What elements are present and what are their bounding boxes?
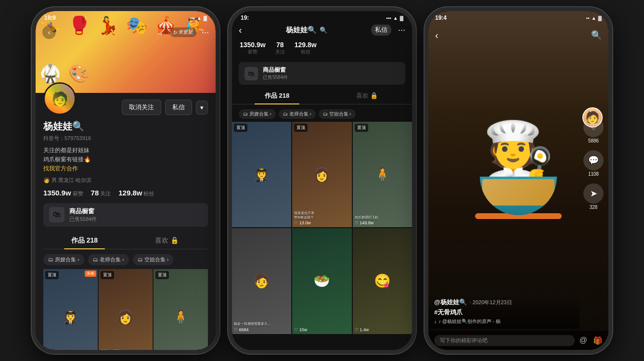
status-bar: 19:9 ▪▪▪ ▲ ▓ — [36, 11, 216, 25]
ph3-status-bar: 19:4 ▪▪ ▲ ▓ — [428, 11, 608, 25]
ph2-stats: 1350.9w 获赞 78 关注 129.8w 粉丝 — [232, 37, 412, 59]
emoji-button[interactable]: 🎁 — [593, 336, 603, 345]
phone2-content: 19: ▪▪▪ ▲ ▓ ‹ 杨娃娃🔍 🔍 私信 ··· — [232, 11, 412, 350]
comment-button[interactable]: 💬 — [583, 150, 604, 170]
signal-icon: ▪▪▪ — [386, 15, 391, 21]
ph3-header: ‹ 🔍 — [428, 25, 608, 46]
update-button[interactable]: ↻ 求更新 — [169, 27, 197, 37]
phone3-content: 🧑‍🍳 19:4 ▪▪ ▲ ▓ ‹ — [428, 11, 608, 350]
person-emoji: 🧑‍🍳 — [482, 118, 554, 186]
more-button[interactable]: ▾ — [196, 101, 208, 115]
profile-header: ‹ ↻ 求更新 ··· — [36, 23, 216, 42]
phone2-actions: 私信 ··· — [371, 24, 405, 36]
share-button[interactable]: ➤ — [583, 183, 604, 204]
ph2-thumb-5[interactable]: 🥗 ♡ 15w — [292, 228, 351, 334]
douyin-id: 抖音号：579753916 — [43, 135, 208, 142]
shop-sold: 已售5584件 — [69, 216, 97, 223]
pin-badge: 置顶 — [234, 124, 247, 132]
tab-likes[interactable]: 喜欢 🔒 — [126, 232, 208, 249]
ph3-username: @杨娃娃🔍 — [434, 298, 467, 307]
shop-name: 商品橱窗 — [69, 207, 97, 216]
ph2-thumb-4[interactable]: 🧑 能走一段感情需要多久... ♡ 6684 — [232, 228, 291, 334]
more-options-button[interactable]: ··· — [202, 27, 209, 38]
ph2-chip-3[interactable]: 🗂 空姐合集 › — [319, 109, 356, 119]
ph2-tabs: 作品 218 喜欢 🔒 — [232, 88, 412, 104]
ph3-hashtag: #无骨鸡爪 — [434, 308, 574, 317]
update-icon: ↻ — [173, 30, 177, 35]
battery-icon-3: ▓ — [598, 15, 602, 21]
bio: 关注的都是好姐妹 鸡爪橱窗有链接🔥 找我官方合作 — [43, 146, 208, 174]
ph2-thumb-1[interactable]: 👩‍✈️ 置顶 — [232, 122, 291, 227]
battery-icon: ▓ — [204, 15, 207, 21]
ph2-chip-1[interactable]: 🗂 房嫂合集 › — [239, 109, 276, 119]
music-icon: ♪ — [434, 319, 437, 324]
pin-badge: 置顶 — [155, 271, 169, 279]
ph2-tab-likes[interactable]: 喜欢 🔒 — [322, 88, 412, 104]
ph3-actions: ♡ 5886 💬 1108 ➤ 328 — [583, 117, 604, 210]
search-icon[interactable]: 🔍 — [320, 26, 327, 34]
video-grid: 👩‍✈️ 置顶 乘乘 👩 我喜老也不害带M来这那个 置顶 🧍 置顶 🧑 — [43, 269, 208, 350]
video-thumb-3[interactable]: 🧍 置顶 — [154, 269, 208, 350]
username: 杨娃娃🔍 — [43, 120, 208, 133]
location: 🧑 男 黑龙江·哈尔滨 — [43, 177, 208, 184]
ph2-chips: 🗂 房嫂合集 › 🗂 老师合集 › 🗂 空姐合集 › — [232, 106, 412, 122]
wifi-icon: ▲ — [197, 15, 202, 21]
tabs-row: 作品 218 喜欢 🔒 — [43, 232, 208, 249]
phone-1: 🤸 🥊 💃 🎭 🎪 🤼 🥋 🎨 ‹ ↻ 求更新 ··· — [32, 7, 219, 354]
profile-section: 🧑 取消关注 私信 ▾ 杨娃娃🔍 抖音号：579753916 关注的都是好姐妹 … — [36, 93, 216, 350]
dm-button[interactable]: 私信 — [165, 100, 192, 115]
shop-icon: 🛍 — [49, 207, 64, 222]
at-button[interactable]: @ — [580, 336, 587, 345]
status-bar-2: 19: ▪▪▪ ▲ ▓ — [232, 11, 412, 25]
ph2-thumb-3[interactable]: 🧍 鸡爪精调到飞机 置顶 ♡ 149.8w — [353, 122, 412, 227]
ph2-following-stat: 78 关注 — [275, 41, 285, 55]
ph3-music: ♪ ♪ @杨娃娃🔍创作的原声 - 杨 — [434, 318, 574, 325]
phone2-title: 杨娃娃🔍 🔍 — [286, 26, 327, 35]
ph2-chip-2[interactable]: 🗂 老师合集 › — [279, 109, 316, 119]
like-button[interactable]: ♡ — [583, 117, 604, 137]
wifi-icon: ▲ — [393, 15, 398, 21]
ph2-grid: 👩‍✈️ 置顶 👩 我喜老也不害带M来这那个 置顶 ♡ 13.0w 🧍 鸡爪精调… — [232, 122, 412, 335]
comment-input[interactable]: 写下你的精彩评论吧 — [434, 335, 575, 346]
unfollow-button[interactable]: 取消关注 — [122, 100, 161, 115]
ph3-date: · 2020年12月23日 — [470, 299, 512, 306]
signal-icon-3: ▪▪ — [586, 15, 590, 21]
video-thumb-1[interactable]: 👩‍✈️ 置顶 乘乘 — [43, 269, 98, 350]
chip-teacher[interactable]: 🗂 老师合集 › — [88, 254, 129, 265]
back-button-2[interactable]: ‹ — [239, 25, 242, 36]
back-button-3[interactable]: ‹ — [435, 30, 438, 41]
pin-badge: 置顶 — [355, 124, 368, 132]
shop-row[interactable]: 🛍 商品橱窗 已售5584件 — [43, 203, 208, 227]
ph2-likes-stat: 1350.9w 获赞 — [240, 41, 266, 55]
ph2-tab-works[interactable]: 作品 218 — [232, 88, 322, 104]
stats-row: 1350.9w 获赞 78 关注 129.8w 粉丝 — [43, 189, 208, 197]
ph2-thumb-2[interactable]: 👩 我喜老也不害带M来这那个 置顶 ♡ 13.0w — [292, 122, 351, 227]
chip-housewife[interactable]: 🗂 房嫂合集 › — [43, 254, 84, 265]
pin-badge: 置顶 — [45, 271, 59, 279]
phone-2: 19: ▪▪▪ ▲ ▓ ‹ 杨娃娃🔍 🔍 私信 ··· — [228, 7, 416, 354]
pin-badge: 置顶 — [101, 271, 114, 279]
ph2-followers-stat: 129.8w 粉丝 — [295, 41, 317, 55]
ph3-bottom-info: @杨娃娃🔍 · 2020年12月23日 #无骨鸡爪 ♪ ♪ @杨娃娃🔍创作的原声… — [428, 294, 580, 329]
followers-stat: 129.8w 粉丝 — [118, 189, 154, 197]
bowl-container — [443, 177, 594, 254]
dm-button-2[interactable]: 私信 — [371, 24, 391, 36]
chip-flight[interactable]: 🗂 空姐合集 › — [133, 254, 174, 265]
signal-icon: ▪▪▪ — [190, 15, 195, 21]
search-button-3[interactable]: 🔍 — [591, 30, 602, 40]
tab-works[interactable]: 作品 218 — [43, 232, 126, 249]
video-content: 🧑‍🍳 — [428, 11, 608, 311]
avatar: 🧑 — [43, 82, 76, 115]
ph2-shop-sold: 已售5584件 — [263, 74, 288, 81]
more-button-2[interactable]: ··· — [398, 25, 405, 35]
battery-icon: ▓ — [400, 15, 403, 21]
back-button[interactable]: ‹ — [42, 26, 56, 39]
ph2-thumb-6[interactable]: 😋 ♡ 1.4w — [353, 228, 412, 334]
ph2-shop-name: 商品橱窗 — [263, 66, 288, 74]
comment-bar: 写下你的精彩评论吧 @ 🎁 — [428, 331, 608, 350]
phone-3: 🧑‍🍳 19:4 ▪▪ ▲ ▓ ‹ — [425, 7, 612, 354]
ph2-shop[interactable]: 🛍 商品橱窗 已售5584件 — [239, 62, 405, 85]
following-stat: 78 关注 — [91, 189, 111, 197]
video-thumb-2[interactable]: 👩 我喜老也不害带M来这那个 置顶 — [99, 269, 153, 350]
likes-stat: 1350.9w 获赞 — [43, 189, 83, 197]
